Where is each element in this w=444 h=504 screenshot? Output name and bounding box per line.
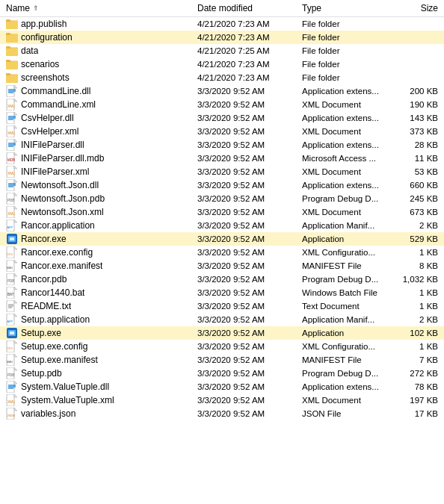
file-name-label: Rancor.exe.config [21, 247, 93, 258]
file-type-cell-25: MANIFEST File [299, 355, 396, 364]
svg-marker-87 [14, 381, 17, 384]
svg-rect-54 [7, 246, 14, 258]
svg-text:XML: XML [7, 399, 16, 404]
file-type-cell-2: File folder [299, 46, 396, 55]
file-date-cell-25: 3/3/2020 9:52 AM [194, 355, 299, 364]
file-name-cell-26: PDB Setup.pdb [0, 367, 194, 379]
file-name-cell-4: screenshots [0, 72, 194, 84]
table-row[interactable]: app.publish 4/21/2020 7:23 AM File folde… [0, 17, 444, 31]
dll-icon [6, 85, 18, 97]
file-date-cell-19: 3/3/2020 9:52 AM [194, 275, 299, 284]
table-row[interactable]: README.txt 3/3/2020 9:52 AM Text Documen… [0, 299, 444, 313]
col-header-type[interactable]: Type [299, 3, 396, 13]
file-name-label: Newtonsoft.Json.pdb [21, 193, 105, 204]
file-date-cell-23: 3/3/2020 9:52 AM [194, 329, 299, 337]
file-name-label: CsvHelper.dll [21, 113, 74, 123]
file-name-cell-15: APP Rancor.application [0, 220, 194, 231]
file-size-cell-18: 8 KB [396, 261, 444, 270]
svg-text:MAN: MAN [7, 267, 13, 270]
file-name-label: Setup.pdb [21, 368, 62, 379]
file-date-cell-18: 3/3/2020 9:52 AM [194, 261, 299, 270]
svg-marker-19 [14, 112, 17, 115]
svg-marker-32 [14, 152, 17, 155]
col-header-name[interactable]: Name ⇑ [0, 3, 194, 13]
table-row[interactable]: configuration 4/21/2020 7:23 AM File fol… [0, 31, 444, 44]
file-name-cell-21: README.txt [0, 300, 194, 312]
table-row[interactable]: XML CommandLine.xml 3/3/2020 9:52 AM XML… [0, 98, 444, 111]
svg-marker-78 [14, 340, 17, 343]
table-row[interactable]: MDB INIFileParser.dll.mdb 3/3/2020 9:52 … [0, 152, 444, 165]
file-name-label: variables.json [21, 408, 75, 419]
file-name-cell-8: XML CsvHelper.xml [0, 125, 194, 137]
svg-rect-4 [6, 48, 18, 56]
file-date-cell-26: 3/3/2020 9:52 AM [194, 369, 299, 378]
file-date-cell-16: 3/3/2020 9:52 AM [194, 234, 299, 243]
table-row[interactable]: MAN Setup.exe.manifest 3/3/2020 9:52 AM … [0, 353, 444, 367]
table-row[interactable]: APP Setup.application 3/3/2020 9:52 AM A… [0, 313, 444, 326]
xml-icon: XML [6, 394, 18, 406]
svg-text:CFG: CFG [7, 253, 13, 256]
folder-icon [6, 31, 18, 43]
exe-icon [6, 327, 18, 339]
table-row[interactable]: scenarios 4/21/2020 7:23 AM File folder [0, 57, 444, 71]
table-row[interactable]: Newtonsoft.Json.dll 3/3/2020 9:52 AM App… [0, 178, 444, 192]
table-row[interactable]: JSON variables.json 3/3/2020 9:52 AM JSO… [0, 407, 444, 420]
file-date-cell-10: 3/3/2020 9:52 AM [194, 154, 299, 163]
svg-rect-53 [10, 237, 14, 240]
table-row[interactable]: System.ValueTuple.dll 3/3/2020 9:52 AM A… [0, 380, 444, 393]
table-row[interactable]: INIFileParser.dll 3/3/2020 9:52 AM Appli… [0, 138, 444, 152]
table-row[interactable]: CFG Setup.exe.config 3/3/2020 9:52 AM XM… [0, 340, 444, 353]
table-row[interactable]: Setup.exe 3/3/2020 9:52 AM Application 1… [0, 326, 444, 340]
table-row[interactable]: screenshots 4/21/2020 7:23 AM File folde… [0, 71, 444, 84]
file-type-cell-11: XML Document [299, 167, 396, 176]
file-date-cell-17: 3/3/2020 9:52 AM [194, 248, 299, 257]
file-name-label: System.ValueTuple.xml [21, 395, 114, 405]
file-name-cell-13: PDB Newtonsoft.Json.pdb [0, 193, 194, 205]
svg-marker-84 [14, 367, 17, 370]
table-row[interactable]: MAN Rancor.exe.manifest 3/3/2020 9:52 AM… [0, 259, 444, 273]
table-row[interactable]: Rancor.exe 3/3/2020 9:52 AM Application … [0, 232, 444, 246]
file-type-cell-1: File folder [299, 33, 396, 42]
table-row[interactable]: CFG Rancor.exe.config 3/3/2020 9:52 AM X… [0, 246, 444, 259]
file-type-cell-7: Application extens... [299, 113, 396, 122]
folder-icon [6, 45, 18, 57]
svg-text:PDB: PDB [7, 373, 14, 377]
folder-icon [6, 18, 18, 30]
file-size-cell-12: 660 KB [396, 181, 444, 190]
table-row[interactable]: CommandLine.dll 3/3/2020 9:52 AM Applica… [0, 84, 444, 98]
svg-text:APP: APP [7, 226, 13, 229]
table-row[interactable]: XML Newtonsoft.Json.xml 3/3/2020 9:52 AM… [0, 205, 444, 219]
file-name-cell-22: APP Setup.application [0, 314, 194, 326]
file-name-label: System.ValueTuple.dll [21, 382, 109, 392]
table-row[interactable]: XML System.ValueTuple.xml 3/3/2020 9:52 … [0, 393, 444, 407]
file-type-cell-9: Application extens... [299, 140, 396, 149]
file-date-cell-13: 3/3/2020 9:52 AM [194, 194, 299, 203]
table-row[interactable]: data 4/21/2020 7:25 AM File folder [0, 44, 444, 57]
file-name-label: data [21, 46, 38, 56]
table-row[interactable]: BAT Rancor1440.bat 3/3/2020 9:52 AM Wind… [0, 286, 444, 299]
table-row[interactable]: XML INIFileParser.xml 3/3/2020 9:52 AM X… [0, 165, 444, 178]
svg-text:JSON: JSON [7, 414, 15, 417]
file-name-label: Newtonsoft.Json.xml [21, 207, 104, 217]
col-header-size[interactable]: Size [396, 3, 444, 13]
file-date-cell-0: 4/21/2020 7:23 AM [194, 19, 299, 28]
file-date-cell-8: 3/3/2020 9:52 AM [194, 127, 299, 136]
file-name-label: INIFileParser.dll [21, 140, 84, 150]
xml-icon: XML [6, 166, 18, 178]
table-row[interactable]: PDB Rancor.pdb 3/3/2020 9:52 AM Program … [0, 273, 444, 286]
table-row[interactable]: PDB Setup.pdb 3/3/2020 9:52 AM Program D… [0, 367, 444, 380]
file-type-cell-24: XML Configuratio... [299, 342, 396, 351]
svg-marker-35 [14, 166, 17, 169]
table-row[interactable]: CsvHelper.dll 3/3/2020 9:52 AM Applicati… [0, 111, 444, 125]
file-type-cell-20: Windows Batch File [299, 288, 396, 297]
table-row[interactable]: XML CsvHelper.xml 3/3/2020 9:52 AM XML D… [0, 125, 444, 138]
file-name-cell-12: Newtonsoft.Json.dll [0, 179, 194, 191]
svg-marker-49 [14, 220, 17, 223]
file-name-cell-19: PDB Rancor.pdb [0, 273, 194, 285]
table-row[interactable]: PDB Newtonsoft.Json.pdb 3/3/2020 9:52 AM… [0, 192, 444, 205]
file-date-cell-24: 3/3/2020 9:52 AM [194, 342, 299, 351]
svg-rect-2 [6, 34, 18, 43]
file-name-label: Newtonsoft.Json.dll [21, 180, 99, 190]
table-row[interactable]: APP Rancor.application 3/3/2020 9:52 AM … [0, 219, 444, 232]
col-header-date[interactable]: Date modified [194, 3, 299, 13]
